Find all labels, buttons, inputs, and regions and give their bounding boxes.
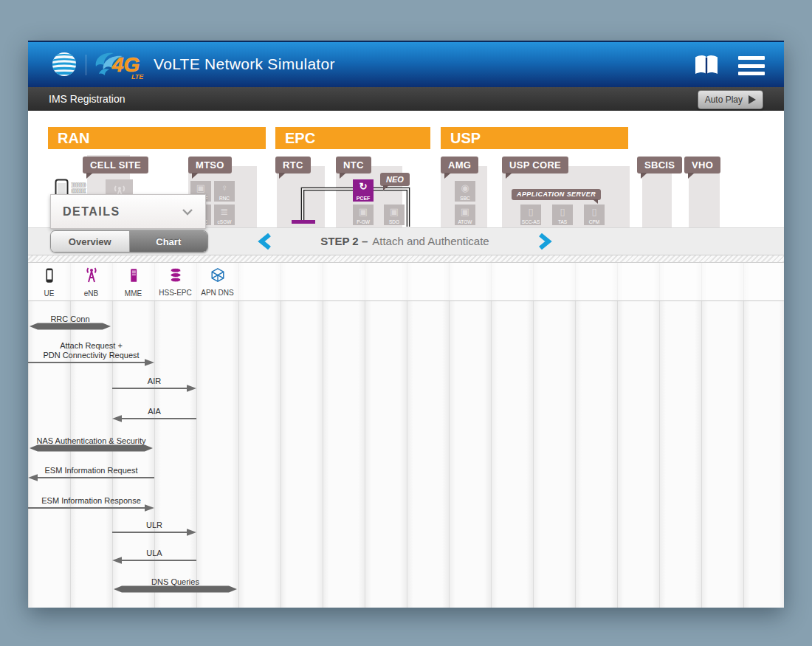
node-atgw[interactable]: ▣ATGW: [455, 205, 475, 225]
lifeline-label: eNB: [84, 289, 98, 298]
lifeline-label: UE: [44, 289, 55, 298]
svg-text:LTE: LTE: [131, 73, 144, 80]
message-arrows: [28, 263, 784, 608]
group-header-usp: USP: [441, 127, 628, 149]
application-server-tag[interactable]: APPLICATION SERVER: [512, 189, 601, 200]
phone-icon: [41, 267, 58, 287]
lifeline-hss-epc: HSS-EPC: [154, 263, 196, 301]
auto-play-label: Auto Play: [705, 95, 743, 105]
node-glyph: ▣: [190, 181, 211, 196]
node-label: TAS: [552, 219, 573, 224]
logo-4g-lte: 4G LTE: [93, 47, 151, 83]
app-header: 4G LTE VoLTE Network Simulator: [28, 41, 784, 87]
previous-step-button[interactable]: [258, 233, 272, 250]
node-label: P-GW: [353, 219, 374, 224]
att-globe-logo: [52, 52, 77, 77]
antenna-icon: [83, 267, 100, 287]
node-label: SDG: [384, 219, 405, 224]
node-glyph: ▣: [455, 205, 475, 219]
message-label: AIA: [148, 407, 161, 416]
app-title: VoLTE Network Simulator: [154, 55, 335, 73]
auto-play-button[interactable]: Auto Play: [698, 90, 763, 109]
group-header-epc: EPC: [275, 127, 430, 149]
node-label: SCC-AS: [520, 219, 541, 224]
node-p-gw[interactable]: ▣P-GW: [353, 205, 374, 225]
site-tag-vho[interactable]: VHO: [684, 157, 720, 173]
node-label: CPM: [584, 219, 605, 224]
group-header-ran: RAN: [48, 127, 266, 149]
node-glyph: ◉: [455, 181, 475, 196]
node-glyph: ▯: [520, 205, 541, 219]
pcef-label: PCEF: [353, 196, 374, 201]
details-title: DETAILS: [63, 205, 120, 219]
site-tag-cell-site[interactable]: CELL SITE: [83, 157, 148, 173]
node-glyph: ▯: [584, 205, 605, 219]
lifeline-label: HSS-EPC: [159, 289, 191, 297]
radio-waves-icon: ))))))))))))((((((((((((: [71, 182, 86, 193]
site-tag-mtso[interactable]: MTSO: [188, 157, 232, 173]
scenario-title: IMS Registration: [49, 87, 125, 111]
database-icon: [168, 267, 184, 286]
node-glyph: ▣: [384, 205, 405, 219]
message-label: RRC Conn: [50, 315, 89, 324]
simulator-window: 4G LTE VoLTE Network Simulator IMS Regis…: [28, 41, 784, 608]
step-label: STEP 2 – Attach and Authenticate: [272, 227, 537, 255]
chevron-down-icon: [182, 208, 193, 216]
lifeline-enb: eNB: [70, 263, 112, 301]
tab-overview[interactable]: Overview: [51, 231, 130, 252]
message-label: ESM Information Response: [41, 496, 141, 506]
node-sdg[interactable]: ▣SDG: [384, 205, 405, 225]
node-glyph: ♀: [214, 181, 235, 196]
toolbar: [28, 87, 784, 111]
message-label: ULR: [146, 520, 162, 530]
node-tas[interactable]: ▯TAS: [552, 205, 573, 225]
server-icon: [126, 267, 141, 287]
play-icon: [748, 95, 756, 104]
refresh-icon: ↻: [353, 179, 374, 193]
node-rnc[interactable]: ♀RNC: [214, 181, 235, 202]
node-scc-as[interactable]: ▯SCC-AS: [520, 205, 541, 225]
node-glyph: ▯: [552, 205, 573, 219]
step-number: STEP 2 –: [320, 235, 368, 247]
node-glyph: ▣: [353, 205, 374, 219]
lifeline-label: MME: [125, 289, 142, 298]
pcef-node[interactable]: ↻ PCEF: [353, 179, 374, 202]
node-glyph: ≣: [214, 205, 235, 219]
cube-icon: [210, 267, 226, 286]
message-label: ULA: [146, 549, 162, 558]
lifeline-mme: MME: [112, 263, 154, 301]
site-tag-rtc[interactable]: RTC: [275, 157, 311, 173]
step-title: Attach and Authenticate: [372, 235, 489, 247]
site-tag-amg[interactable]: AMG: [441, 157, 478, 173]
hatched-divider: [28, 255, 784, 263]
logo-divider: [86, 55, 86, 75]
message-label: ESM Information Request: [45, 466, 138, 475]
node-label: RNC: [214, 196, 235, 201]
node-cpm[interactable]: ▯CPM: [584, 205, 605, 225]
node-sbc[interactable]: ◉SBC: [455, 181, 475, 202]
chart-header-row: UEeNBMMEHSS-EPCAPN DNS: [28, 263, 784, 301]
tab-chart[interactable]: Chart: [130, 231, 208, 252]
view-tabs: Overview Chart: [50, 230, 208, 252]
hamburger-menu-icon[interactable]: [738, 56, 765, 75]
node-label: cSGW: [214, 219, 235, 224]
neo-tag[interactable]: NEO: [380, 173, 410, 186]
message-label: NAS Authentication & Security: [37, 436, 146, 446]
site-tag-usp-core[interactable]: USP CORE: [502, 157, 568, 173]
next-step-button[interactable]: [537, 233, 552, 250]
node-label: ATGW: [455, 219, 475, 224]
lifeline-ue: UE: [28, 263, 70, 301]
lifeline-label: APN DNS: [201, 289, 233, 297]
highlighted-link-bar: [292, 220, 315, 224]
message-label: Attach Request +PDN Connectivity Request: [43, 341, 139, 360]
node-label: SBC: [455, 196, 475, 201]
site-tag-sbcis[interactable]: SBCIS: [637, 157, 682, 173]
message-label: AIR: [148, 377, 161, 386]
book-icon[interactable]: [692, 54, 720, 76]
details-panel-header[interactable]: DETAILS: [50, 194, 206, 229]
sequence-chart: UEeNBMMEHSS-EPCAPN DNS RRC ConnAttach Re…: [28, 263, 784, 608]
lifeline-apn-dns: APN DNS: [196, 263, 238, 301]
site-tag-ntc[interactable]: NTC: [336, 157, 371, 173]
message-label: DNS Queries: [151, 577, 199, 587]
node-csgw[interactable]: ≣cSGW: [214, 205, 235, 225]
